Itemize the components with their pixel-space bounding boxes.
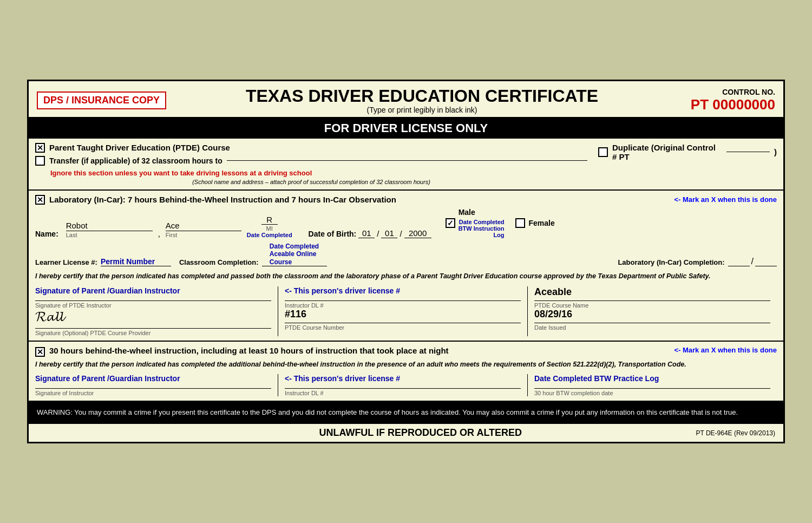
instructor-dl-note: <- This person's driver license # (285, 286, 521, 298)
transfer-checkbox[interactable] (35, 156, 45, 166)
btw-completion-label: 30 hour BTW completion date (534, 388, 770, 396)
control-label: CONTROL NO. (678, 88, 775, 96)
warning-section: WARNING: You may commit a crime if you p… (29, 402, 783, 423)
lab-section: Laboratory (In-Car): 7 hours Behind-the-… (29, 191, 783, 342)
lab-title: Laboratory (In-Car): 7 hours Behind-the-… (49, 195, 396, 204)
header-center: TEXAS DRIVER EDUCATION CERTIFICATE (Type… (166, 87, 678, 114)
lab-checkbox[interactable] (35, 195, 45, 205)
btw-sig-col-1: Signature of Parent /Guardian Instructor… (35, 374, 278, 396)
instructor-dl-value: #116 (285, 309, 521, 321)
cert-title: TEXAS DRIVER EDUCATION CERTIFICATE (177, 87, 667, 106)
btw-sig-col-2: <- This person's driver license # Instru… (285, 374, 528, 396)
sig-col-course: Aceable PTDE Course Name 08/29/16 Date I… (534, 286, 777, 336)
sig-instructor-value: Signature of Parent /Guardian Instructor (35, 286, 271, 298)
ptde-checkbox[interactable] (35, 143, 45, 153)
top-section: Parent Taught Driver Education (PTDE) Co… (29, 139, 783, 191)
transfer-label: Transfer (if applicable) of 32 classroom… (49, 156, 222, 165)
header: DPS / INSURANCE COPY TEXAS DRIVER EDUCAT… (29, 81, 783, 118)
ptde-course-name-label: PTDE Course Name (534, 300, 770, 309)
transfer-annotation: Ignore this section unless you want to t… (50, 169, 312, 177)
btw-dl-note: <- This person's driver license # (285, 374, 521, 386)
lab-completion-label: Laboratory (In-Car) Completion: (618, 258, 724, 266)
first-name-block: Ace First (166, 221, 241, 238)
last-name-block: Robot Last (66, 221, 153, 238)
btw-sig-row: Signature of Parent /Guardian Instructor… (35, 374, 777, 396)
last-name-label: Last (66, 232, 77, 238)
sig-col-dl: <- This person's driver license # Instru… (285, 286, 528, 336)
date-issued-value: 08/29/16 (534, 309, 770, 321)
male-label: Male (459, 208, 475, 217)
date-completed-btw: Date CompletedBTW InstructionLog (459, 219, 505, 238)
duplicate-checkbox[interactable] (598, 147, 608, 157)
dob-day: 01 (381, 228, 397, 238)
mi-label: MI (266, 225, 273, 232)
dps-badge: DPS / INSURANCE COPY (37, 91, 166, 109)
classroom-label: Classroom Completion: (179, 258, 259, 266)
name-row: Name: Robot Last , Ace First R MI Date C… (35, 208, 777, 238)
instructor-dl-label: Instructor DL # (285, 300, 521, 309)
ptde-course-name-value: Aceable (534, 286, 770, 298)
sig-optional-label: Signature (Optional) PTDE Course Provide… (35, 328, 271, 336)
mi-date-note: Date Completed (247, 232, 292, 238)
ptde-course-number-label: PTDE Course Number (285, 323, 521, 331)
lab-completion-field: Laboratory (In-Car) Completion: / (335, 257, 777, 266)
dob-year: 2000 (404, 228, 431, 238)
btw-section: 30 hours behind-the-wheel instruction, i… (29, 342, 783, 402)
btw-header: 30 hours behind-the-wheel instruction, i… (35, 346, 777, 357)
btw-dl-label: Instructor DL # (285, 388, 521, 396)
btw-sig-label: Signature of Instructor (35, 388, 271, 396)
cert-subtitle: (Type or print legibly in black ink) (177, 106, 667, 114)
license-banner: FOR DRIVER LICENSE ONLY (29, 118, 783, 139)
ptde-row: Parent Taught Driver Education (PTDE) Co… (35, 143, 587, 153)
sig-row: Signature of Parent /Guardian Instructor… (35, 286, 777, 336)
btw-title: 30 hours behind-the-wheel instruction, i… (49, 346, 674, 355)
btw-mark-note: <- Mark an X when this is done (674, 346, 777, 354)
classroom-field: Classroom Completion: Date CompletedAcea… (179, 243, 327, 266)
dob-label: Date of Birth: (309, 230, 357, 238)
duplicate-label: Duplicate (Original Control # PT (612, 143, 722, 161)
btw-sig-value: Signature of Parent /Guardian Instructor (35, 374, 271, 386)
female-checkbox[interactable] (515, 218, 525, 228)
certificate: EXAMPLE DPS / INSURANCE COPY TEXAS DRIVE… (27, 80, 785, 444)
footer-code: PT DE-964E (Rev 09/2013) (696, 429, 775, 437)
duplicate-suffix: ) (774, 147, 777, 156)
lab-mark-note: <- Mark an X when this is done (674, 195, 777, 204)
learner-label: Learner License #: (35, 258, 97, 266)
date-issued-label: Date Issued (534, 323, 770, 331)
btw-certify-text: I hereby certify that the person indicat… (35, 360, 777, 370)
btw-checkbox[interactable] (35, 347, 45, 357)
btw-sig-col-3: Date Completed BTW Practice Log 30 hour … (534, 374, 777, 396)
classroom-note: Date CompletedAceable OnlineCourse (270, 243, 319, 266)
sig-col-instructor: Signature of Parent /Guardian Instructor… (35, 286, 278, 336)
female-label: Female (528, 219, 554, 227)
first-name-value: Ace (166, 221, 241, 231)
footer: UNLAWFUL IF REPRODUCED OR ALTERED PT DE-… (29, 423, 783, 442)
sig-optional-cursive: 𝓡𝓪𝓵𝓵 (35, 309, 271, 326)
transfer-note: (School name and address – attach proof … (35, 179, 587, 185)
control-block: CONTROL NO. PT 00000000 (678, 88, 775, 113)
btw-completion-note: Date Completed BTW Practice Log (534, 374, 770, 386)
mi-block: R MI Date Completed (247, 215, 292, 238)
footer-title: UNLAWFUL IF REPRODUCED OR ALTERED (145, 427, 696, 439)
transfer-row: Transfer (if applicable) of 32 classroom… (35, 156, 587, 166)
warning-text: WARNING: You may commit a crime if you p… (37, 408, 738, 416)
dob-month: 01 (358, 228, 375, 238)
ptde-label: Parent Taught Driver Education (PTDE) Co… (49, 143, 230, 152)
first-name-label: First (166, 232, 177, 238)
learner-row: Learner License #: Permit Number Classro… (35, 243, 777, 266)
male-checkbox[interactable] (446, 218, 455, 228)
sig-instructor-label: Signature of PTDE Instructor (35, 300, 271, 309)
gender-block: Male Date CompletedBTW InstructionLog Fe… (446, 208, 555, 238)
mi-value: R (261, 215, 278, 225)
learner-value: Permit Number (101, 257, 171, 266)
duplicate-row: Duplicate (Original Control # PT ) (598, 143, 777, 161)
lab-header: Laboratory (In-Car): 7 hours Behind-the-… (35, 195, 777, 205)
last-name-value: Robot (66, 221, 153, 231)
control-number: PT 00000000 (678, 96, 775, 113)
learner-field: Learner License #: Permit Number (35, 257, 171, 266)
certify-text: I hereby certify that the person indicat… (35, 272, 777, 282)
